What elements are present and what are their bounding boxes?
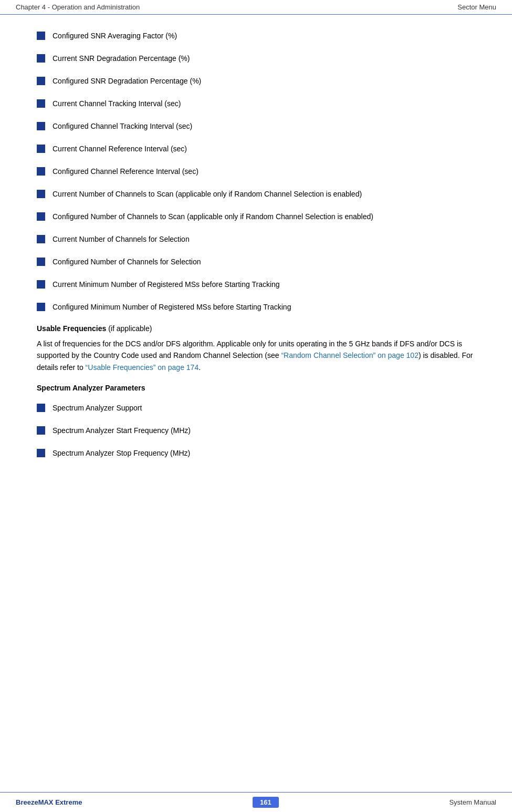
bullet-text: Current Channel Reference Interval (sec) — [53, 143, 187, 155]
bullet-item: Configured Channel Tracking Interval (se… — [37, 121, 475, 132]
bullet-icon — [37, 404, 45, 412]
main-bullet-list: Configured SNR Averaging Factor (%) Curr… — [37, 30, 475, 313]
page-header: Chapter 4 - Operation and Administration… — [0, 0, 512, 15]
bullet-icon — [37, 122, 45, 130]
footer-product-name: BreezeMAX Extreme — [16, 798, 82, 806]
bullet-text: Configured Channel Tracking Interval (se… — [53, 121, 192, 132]
bullet-text: Configured Minimum Number of Registered … — [53, 302, 291, 313]
usable-frequencies-link[interactable]: “Usable Frequencies” on page 174 — [86, 363, 199, 372]
bullet-text: Spectrum Analyzer Stop Frequency (MHz) — [53, 448, 190, 459]
header-chapter: Chapter 4 - Operation and Administration — [16, 3, 140, 11]
bullet-item: Configured SNR Averaging Factor (%) — [37, 30, 475, 42]
header-section: Sector Menu — [457, 3, 496, 11]
bullet-text: Configured Number of Channels to Scan (a… — [53, 211, 373, 222]
bullet-item: Current Channel Reference Interval (sec) — [37, 143, 475, 155]
spectrum-bullet-item: Spectrum Analyzer Support — [37, 403, 475, 414]
bullet-icon — [37, 280, 45, 289]
bullet-icon — [37, 212, 45, 221]
bullet-text: Current Minimum Number of Registered MSs… — [53, 279, 280, 290]
footer-manual-name: System Manual — [449, 798, 496, 806]
bullet-text: Spectrum Analyzer Support — [53, 403, 142, 414]
bullet-item: Current SNR Degradation Percentage (%) — [37, 53, 475, 64]
bullet-item: Configured SNR Degradation Percentage (%… — [37, 76, 475, 87]
bullet-icon — [37, 235, 45, 243]
bullet-text: Current Number of Channels for Selection — [53, 234, 190, 245]
spectrum-bullet-item: Spectrum Analyzer Start Frequency (MHz) — [37, 425, 475, 436]
bullet-text: Current Number of Channels to Scan (appl… — [53, 189, 362, 200]
bullet-item: Current Channel Tracking Interval (sec) — [37, 98, 475, 109]
page-footer: BreezeMAX Extreme 161 System Manual — [0, 792, 512, 812]
usable-frequencies-heading-bold: Usable Frequencies — [37, 324, 106, 333]
spectrum-bullet-list: Spectrum Analyzer Support Spectrum Analy… — [37, 403, 475, 459]
bullet-item: Configured Minimum Number of Registered … — [37, 302, 475, 313]
bullet-icon — [37, 303, 45, 311]
bullet-icon — [37, 54, 45, 63]
bullet-icon — [37, 258, 45, 266]
bullet-icon — [37, 426, 45, 435]
bullet-text: Configured SNR Degradation Percentage (%… — [53, 76, 201, 87]
bullet-icon — [37, 190, 45, 198]
usable-frequencies-heading-normal: (if applicable) — [106, 324, 152, 333]
bullet-icon — [37, 167, 45, 176]
bullet-icon — [37, 77, 45, 85]
bullet-item: Configured Channel Reference Interval (s… — [37, 166, 475, 177]
bullet-item: Current Number of Channels to Scan (appl… — [37, 189, 475, 200]
bullet-text: Configured Number of Channels for Select… — [53, 256, 201, 268]
bullet-text: Current SNR Degradation Percentage (%) — [53, 53, 190, 64]
footer-page-number: 161 — [253, 797, 279, 808]
bullet-icon — [37, 145, 45, 153]
bullet-text: Spectrum Analyzer Start Frequency (MHz) — [53, 425, 191, 436]
spectrum-analyzer-heading: Spectrum Analyzer Parameters — [37, 384, 475, 392]
bullet-item: Configured Number of Channels to Scan (a… — [37, 211, 475, 222]
bullet-text: Configured Channel Reference Interval (s… — [53, 166, 198, 177]
paragraph-text-3: . — [198, 363, 201, 372]
usable-frequencies-heading: Usable Frequencies (if applicable) — [37, 324, 475, 333]
bullet-icon — [37, 99, 45, 108]
usable-frequencies-paragraph: A list of frequencies for the DCS and/or… — [37, 338, 475, 373]
bullet-item: Current Minimum Number of Registered MSs… — [37, 279, 475, 290]
random-channel-link[interactable]: “Random Channel Selection” on page 102 — [281, 351, 419, 359]
bullet-icon — [37, 32, 45, 40]
bullet-text: Current Channel Tracking Interval (sec) — [53, 98, 181, 109]
bullet-text: Configured SNR Averaging Factor (%) — [53, 30, 177, 42]
main-content: Configured SNR Averaging Factor (%) Curr… — [0, 15, 512, 512]
bullet-item: Current Number of Channels for Selection — [37, 234, 475, 245]
bullet-item: Configured Number of Channels for Select… — [37, 256, 475, 268]
spectrum-bullet-item: Spectrum Analyzer Stop Frequency (MHz) — [37, 448, 475, 459]
bullet-icon — [37, 449, 45, 457]
